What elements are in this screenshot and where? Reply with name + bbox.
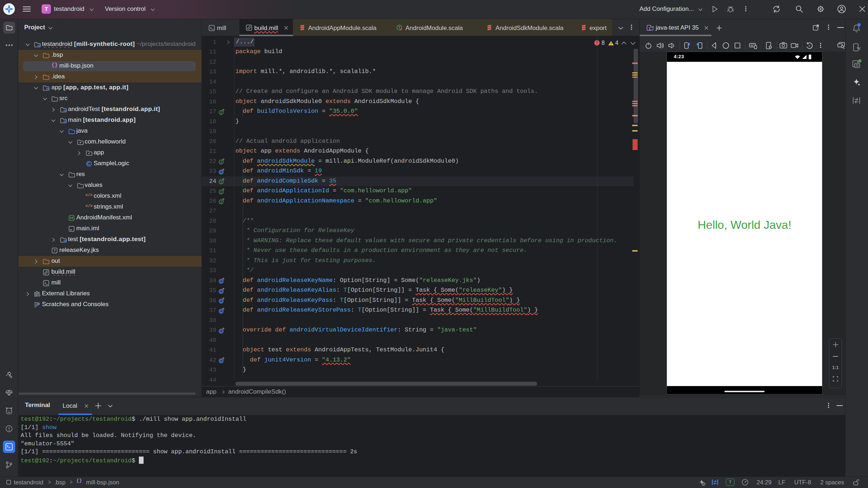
svg-text:O: O [220, 279, 223, 283]
svg-text:I: I [221, 200, 222, 204]
svg-text:O: O [220, 359, 223, 363]
svg-text:O: O [220, 290, 223, 294]
svg-text:I: I [221, 111, 222, 115]
svg-text:?: ? [54, 249, 56, 253]
svg-text:O: O [220, 309, 223, 313]
svg-text:I: I [221, 180, 222, 184]
svg-text:O: O [220, 299, 223, 303]
svg-text:I: I [221, 190, 222, 194]
svg-text:O: O [220, 329, 223, 333]
svg-text:O: O [220, 170, 223, 174]
svg-text:I: I [221, 160, 222, 164]
